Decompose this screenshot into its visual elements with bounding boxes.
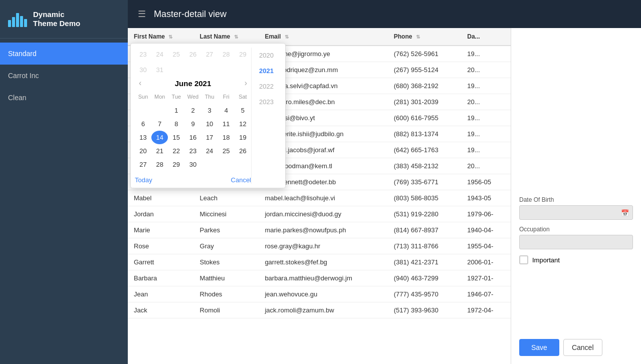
- cal-29[interactable]: 29: [168, 158, 184, 171]
- cell-email: marie.parkes@nowufpus.ph: [259, 222, 387, 238]
- table-row[interactable]: Barbara Matthieu barbara.matthieu@derwog…: [128, 270, 511, 286]
- sidebar: Dynamic Theme Demo Standard Carrot Inc C…: [0, 0, 128, 364]
- calendar-footer: Today Cancel: [135, 176, 251, 184]
- cell-last-name: Romoli: [194, 302, 259, 318]
- cell-last-name: Gray: [194, 238, 259, 254]
- cal-13[interactable]: 13: [135, 131, 151, 144]
- cal-22[interactable]: 22: [168, 144, 184, 158]
- hamburger-icon[interactable]: ☰: [138, 9, 146, 20]
- cal-16[interactable]: 16: [184, 131, 201, 144]
- app-title: Dynamic Theme Demo: [33, 10, 80, 28]
- cal-17[interactable]: 17: [201, 131, 218, 144]
- cal-21[interactable]: 21: [151, 144, 168, 158]
- cal-8[interactable]: 8: [168, 117, 184, 131]
- year-2020[interactable]: 2020: [259, 52, 274, 59]
- col-header-dob: Da...: [461, 28, 511, 46]
- cal-15[interactable]: 15: [168, 131, 184, 144]
- cal-prev-30[interactable]: 30: [135, 63, 151, 77]
- sort-icon-phone[interactable]: ⇅: [416, 34, 420, 40]
- cal-24[interactable]: 24: [201, 144, 218, 158]
- table-row[interactable]: Jean Rhodes jean.wehovuce.gu (777) 435-9…: [128, 286, 511, 302]
- calendar-overlay: 23 24 25 26 27 28 29 30: [130, 43, 286, 188]
- cell-phone: (882) 813-1374: [388, 126, 462, 142]
- cal-day-fri: Fri: [218, 92, 235, 102]
- cal-prev-27[interactable]: 27: [201, 48, 218, 61]
- occupation-input[interactable]: [519, 235, 633, 249]
- cell-phone: (814) 667-8937: [388, 222, 462, 238]
- cal-prev-25[interactable]: 25: [168, 48, 184, 61]
- cell-email: jean.wehovuce.gu: [259, 286, 387, 302]
- year-2022[interactable]: 2022: [259, 83, 274, 90]
- cal-6[interactable]: 6: [135, 117, 151, 131]
- sidebar-item-clean[interactable]: Clean: [0, 87, 128, 109]
- header-title: Master-detail view: [154, 9, 227, 20]
- calendar-today-btn[interactable]: Today: [135, 176, 152, 184]
- cell-first-name: Barbara: [128, 270, 194, 286]
- cell-phone: (281) 301-2039: [388, 94, 462, 110]
- cal-prev-28[interactable]: 28: [218, 48, 235, 61]
- cal-week-1: 1 2 3 4 5: [135, 104, 251, 117]
- table-row[interactable]: Marie Parkes marie.parkes@nowufpus.ph (8…: [128, 222, 511, 238]
- save-button[interactable]: Save: [519, 339, 559, 356]
- cell-dob: 1979-06-: [461, 206, 511, 222]
- year-2021[interactable]: 2021: [259, 67, 274, 75]
- cal-day-mon: Mon: [151, 92, 168, 102]
- cal-20[interactable]: 20: [135, 144, 151, 158]
- table-row[interactable]: Jordan Miccinesi jordan.miccinesi@duod.g…: [128, 206, 511, 222]
- cal-prev-month-btn[interactable]: ‹: [135, 79, 145, 88]
- cal-1[interactable]: 1: [168, 104, 184, 117]
- cal-12[interactable]: 12: [235, 117, 251, 131]
- cal-week-4: 20 21 22 23 24 25 26: [135, 144, 251, 158]
- cal-next-month-btn[interactable]: ›: [241, 79, 251, 88]
- cal-3[interactable]: 3: [201, 104, 218, 117]
- cal-14-today[interactable]: 14: [151, 131, 168, 144]
- cell-phone: (803) 586-8035: [388, 190, 462, 206]
- cal-prev-31[interactable]: 31: [151, 63, 168, 77]
- cal-5[interactable]: 5: [235, 104, 251, 117]
- calendar-icon[interactable]: 📅: [621, 209, 629, 216]
- cal-9[interactable]: 9: [184, 117, 201, 131]
- important-row: Important: [519, 255, 633, 264]
- sidebar-item-standard[interactable]: Standard: [0, 43, 128, 65]
- important-checkbox[interactable]: [519, 255, 528, 264]
- cal-week-3: 13 14 15 16 17 18 19: [135, 131, 251, 144]
- table-row[interactable]: Rose Gray rose.gray@kagu.hr (713) 311-87…: [128, 238, 511, 254]
- cal-prev-29[interactable]: 29: [235, 48, 251, 61]
- cal-18[interactable]: 18: [218, 131, 235, 144]
- cal-10[interactable]: 10: [201, 117, 218, 131]
- cancel-button[interactable]: Cancel: [563, 339, 602, 356]
- cal-27[interactable]: 27: [135, 158, 151, 171]
- table-row[interactable]: Jack Romoli jack.romoli@zamum.bw (517) 3…: [128, 302, 511, 318]
- table-row[interactable]: Garrett Stokes garrett.stokes@fef.bg (38…: [128, 254, 511, 270]
- cell-phone: (762) 526-5961: [388, 46, 462, 62]
- cal-26[interactable]: 26: [235, 144, 251, 158]
- cell-phone: (600) 616-7955: [388, 110, 462, 126]
- cell-dob: 19...: [461, 110, 511, 126]
- sort-icon-first-name[interactable]: ⇅: [168, 34, 172, 40]
- cal-19[interactable]: 19: [235, 131, 251, 144]
- sort-icon-email[interactable]: ⇅: [285, 34, 289, 40]
- cell-first-name: Marie: [128, 222, 194, 238]
- date-of-birth-input[interactable]: [519, 205, 633, 220]
- table-row[interactable]: Mabel Leach mabel.leach@lisohuje.vi (803…: [128, 190, 511, 206]
- cal-prev-24[interactable]: 24: [151, 48, 168, 61]
- logo-icon: [6, 8, 28, 30]
- cal-7[interactable]: 7: [151, 117, 168, 131]
- sort-icon-last-name[interactable]: ⇅: [234, 34, 238, 40]
- cal-28[interactable]: 28: [151, 158, 168, 171]
- calendar-cancel-btn[interactable]: Cancel: [231, 176, 251, 184]
- cal-4[interactable]: 4: [218, 104, 235, 117]
- occupation-section: Occupation: [519, 226, 633, 249]
- cal-prev-26[interactable]: 26: [184, 48, 201, 61]
- cal-2[interactable]: 2: [184, 104, 201, 117]
- year-2023[interactable]: 2023: [259, 98, 274, 106]
- cell-dob: 1946-07-: [461, 286, 511, 302]
- cal-11[interactable]: 11: [218, 117, 235, 131]
- cal-prev-23[interactable]: 23: [135, 48, 151, 61]
- cal-25[interactable]: 25: [218, 144, 235, 158]
- cell-phone: (769) 335-6771: [388, 174, 462, 190]
- cal-30[interactable]: 30: [184, 158, 201, 171]
- cal-23[interactable]: 23: [184, 144, 201, 158]
- svg-rect-4: [20, 16, 23, 27]
- sidebar-item-carrot[interactable]: Carrot Inc: [0, 65, 128, 87]
